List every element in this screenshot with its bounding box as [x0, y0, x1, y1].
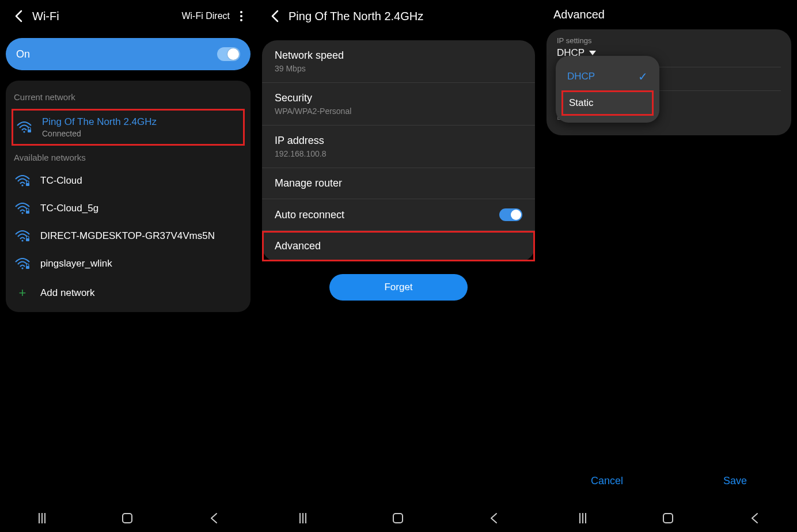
security-row: Security WPA/WPA2-Personal	[262, 83, 535, 126]
dialog-actions: Cancel Save	[541, 475, 797, 487]
network-status: Connected	[42, 129, 157, 138]
svg-point-4	[21, 212, 23, 214]
auto-reconnect-row[interactable]: Auto reconnect	[262, 199, 535, 231]
advanced-row[interactable]: Advanced	[262, 231, 535, 261]
row-label: Manage router	[275, 177, 522, 189]
add-network-row[interactable]: + Add network	[6, 278, 251, 309]
wifi-lock-icon	[15, 203, 30, 214]
svg-point-8	[21, 267, 23, 269]
row-label: Advanced	[275, 240, 522, 252]
network-name: DIRECT-MGDESKTOP-GR37V4Vms5N	[40, 230, 215, 242]
svg-rect-5	[26, 211, 29, 214]
wifi-lock-icon	[15, 175, 30, 187]
current-network-row[interactable]: Ping Of The North 2.4GHz Connected	[12, 109, 245, 146]
current-network-header: Current network	[6, 88, 251, 107]
toggle-label: On	[16, 48, 30, 60]
header: Ping Of The North 2.4GHz	[262, 0, 535, 32]
plus-icon: +	[15, 286, 30, 301]
option-label: DHCP	[567, 71, 595, 82]
check-icon: ✓	[638, 70, 648, 83]
current-network-label: Current network	[14, 92, 75, 102]
svg-rect-9	[26, 266, 29, 269]
add-network-label: Add network	[40, 287, 95, 299]
network-name: TC-Cloud_5g	[40, 203, 98, 214]
network-name: Ping Of The North 2.4GHz	[42, 116, 157, 128]
ip-settings-popover: DHCP ✓ Static	[556, 56, 659, 123]
nav-recents[interactable]	[39, 513, 45, 523]
svg-rect-7	[26, 238, 29, 241]
more-options-icon[interactable]	[234, 9, 248, 23]
wifi-direct-button[interactable]: Wi-Fi Direct	[181, 11, 230, 21]
network-detail-card: Network speed 39 Mbps Security WPA/WPA2-…	[262, 40, 535, 261]
divider-dots	[92, 157, 242, 158]
page-title: Ping Of The North 2.4GHz	[289, 10, 533, 23]
wifi-master-toggle[interactable]: On	[6, 38, 251, 70]
forget-label: Forget	[384, 282, 412, 293]
chevron-down-icon	[589, 51, 596, 55]
back-button[interactable]	[264, 6, 285, 26]
svg-point-6	[21, 240, 23, 241]
row-label: IP address	[275, 135, 522, 147]
back-button[interactable]	[8, 6, 29, 26]
network-row[interactable]: TC-Cloud_5g	[6, 195, 251, 222]
wifi-lock-icon	[15, 258, 30, 269]
nav-home[interactable]	[663, 513, 673, 523]
svg-rect-1	[28, 130, 31, 132]
network-row[interactable]: DIRECT-MGDESKTOP-GR37V4Vms5N	[6, 222, 251, 250]
network-row[interactable]: TC-Cloud	[6, 167, 251, 195]
network-speed-row: Network speed 39 Mbps	[262, 40, 535, 83]
option-static[interactable]: Static	[561, 90, 654, 116]
row-value: 39 Mbps	[275, 64, 522, 73]
toggle-switch-icon	[217, 47, 240, 61]
available-networks-label: Available networks	[14, 153, 86, 162]
wifi-lock-icon	[17, 121, 32, 133]
network-name: pingslayer_wlink	[40, 258, 112, 269]
svg-point-2	[21, 184, 23, 186]
network-detail-screen: Ping Of The North 2.4GHz Network speed 3…	[256, 0, 541, 532]
ip-address-row: IP address 192.168.100.8	[262, 126, 535, 168]
nav-home[interactable]	[393, 513, 403, 523]
toggle-switch-icon	[499, 208, 522, 221]
divider-dots	[81, 97, 242, 98]
option-label: Static	[569, 97, 594, 109]
forget-button[interactable]: Forget	[329, 274, 468, 301]
row-label: Security	[275, 92, 522, 104]
cancel-button[interactable]: Cancel	[591, 475, 623, 487]
android-nav-bar	[256, 512, 541, 524]
option-dhcp[interactable]: DHCP ✓	[556, 63, 659, 90]
wifi-lock-icon	[15, 230, 30, 242]
nav-recents[interactable]	[299, 513, 306, 523]
nav-recents[interactable]	[579, 513, 586, 523]
android-nav-bar	[541, 512, 797, 524]
row-label: Network speed	[275, 50, 522, 62]
row-value: WPA/WPA2-Personal	[275, 107, 522, 116]
page-title: Advanced	[546, 0, 791, 29]
page-title: Wi-Fi	[32, 10, 181, 23]
nav-back[interactable]	[750, 512, 758, 524]
advanced-card: IP settings DHCP Metered network Detect …	[546, 29, 791, 135]
android-nav-bar	[0, 512, 256, 524]
row-label: Auto reconnect	[275, 209, 344, 221]
save-button[interactable]: Save	[723, 475, 747, 487]
advanced-screen: Advanced IP settings DHCP Metered networ…	[541, 0, 797, 532]
svg-point-0	[23, 131, 25, 132]
wifi-settings-screen: Wi-Fi Wi-Fi Direct On Current network Pi…	[0, 0, 256, 532]
nav-back[interactable]	[489, 512, 498, 524]
row-value: 192.168.100.8	[275, 149, 522, 158]
nav-home[interactable]	[122, 513, 132, 523]
networks-card: Current network Ping Of The North 2.4GHz…	[6, 81, 251, 312]
header: Wi-Fi Wi-Fi Direct	[6, 0, 251, 32]
svg-rect-3	[26, 183, 29, 186]
nav-back[interactable]	[210, 512, 218, 524]
ip-settings-label: IP settings	[557, 36, 781, 45]
network-name: TC-Cloud	[40, 175, 82, 187]
available-networks-header: Available networks	[6, 148, 251, 167]
manage-router-row[interactable]: Manage router	[262, 168, 535, 199]
network-row[interactable]: pingslayer_wlink	[6, 250, 251, 278]
